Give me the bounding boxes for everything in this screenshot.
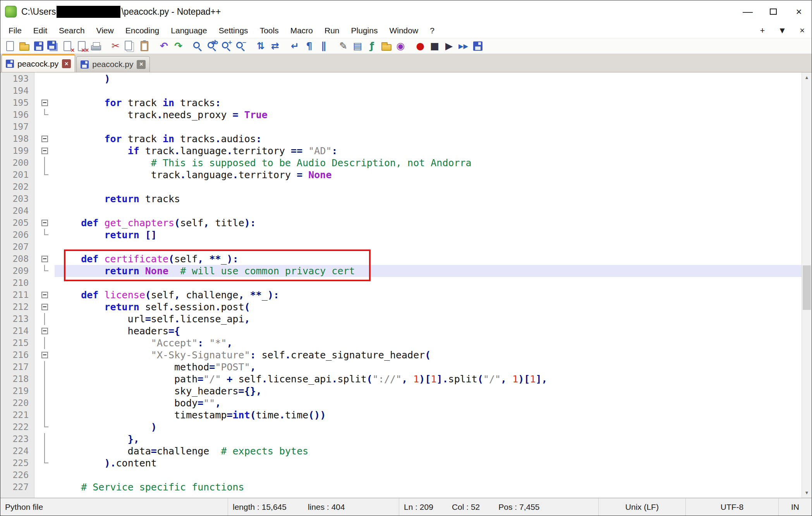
playback-macro-button[interactable]: ▶ <box>442 39 456 53</box>
status-eol-format[interactable]: Unix (LF) <box>599 498 686 516</box>
tab-close-icon[interactable]: × <box>137 60 146 69</box>
word-wrap-button[interactable]: ↵ <box>288 39 302 53</box>
menu-item-window[interactable]: Window <box>383 24 424 37</box>
menu-item-macro[interactable]: Macro <box>285 24 319 37</box>
code-line-217[interactable]: 217 method="POST", <box>0 361 802 373</box>
code-line-202[interactable]: 202 <box>0 181 802 193</box>
code-line-215[interactable]: 215 "Accept": "*", <box>0 337 802 349</box>
redo-button[interactable]: ↷ <box>172 39 185 53</box>
code-text[interactable]: def get_chapters(self, title): <box>55 217 802 229</box>
fold-collapse-icon[interactable] <box>41 256 48 262</box>
save-recorded-macro-button[interactable] <box>471 39 484 53</box>
fold-collapse-icon[interactable] <box>41 136 48 142</box>
code-text[interactable]: return [] <box>55 229 802 241</box>
code-text[interactable]: "Accept": "*", <box>55 337 802 349</box>
minimize-button[interactable]: — <box>735 0 760 23</box>
code-line-213[interactable]: 213 url=self.license_api, <box>0 313 802 325</box>
code-line-226[interactable]: 226 <box>0 469 802 481</box>
code-text[interactable] <box>55 241 802 253</box>
menu-item-help[interactable]: ? <box>424 24 440 37</box>
tab-close-icon[interactable]: × <box>62 59 71 68</box>
undo-button[interactable]: ↶ <box>157 39 171 53</box>
menu-item-run[interactable]: Run <box>319 24 345 37</box>
code-text[interactable]: path="/" + self.license_api.split("://",… <box>55 373 802 385</box>
code-text[interactable]: ).content <box>55 457 802 469</box>
code-line-198[interactable]: 198 for track in tracks.audios: <box>0 133 802 145</box>
code-line-220[interactable]: 220 body="", <box>0 397 802 409</box>
fold-collapse-icon[interactable] <box>41 352 48 358</box>
code-line-221[interactable]: 221 timestamp=int(time.time()) <box>0 409 802 421</box>
code-line-193[interactable]: 193 ) <box>0 73 802 85</box>
code-line-225[interactable]: 225 ).content <box>0 457 802 469</box>
code-text[interactable]: # This is supposed to be Audio Descripti… <box>55 157 802 169</box>
code-text[interactable]: }, <box>55 433 802 445</box>
new-tab-plus-button[interactable]: + <box>760 26 765 36</box>
code-text[interactable] <box>55 85 802 97</box>
code-line-194[interactable]: 194 <box>0 85 802 97</box>
sync-vertical-scrolling-button[interactable]: ⇅ <box>254 39 268 53</box>
fold-collapse-icon[interactable] <box>41 328 48 334</box>
code-text[interactable]: if track.language.territory == "AD": <box>55 145 802 157</box>
code-text[interactable]: return self.session.post( <box>55 301 802 313</box>
close-button[interactable]: × <box>60 39 74 53</box>
code-text[interactable]: for track in tracks: <box>55 97 802 109</box>
code-text[interactable]: url=self.license_api, <box>55 313 802 325</box>
code-text[interactable]: def certificate(self, **_): <box>55 253 802 265</box>
code-text[interactable] <box>55 205 802 217</box>
scrollbar-thumb[interactable] <box>803 265 811 310</box>
code-text[interactable] <box>55 277 802 289</box>
code-text[interactable]: "X-Sky-Signature": self.create_signature… <box>55 349 802 361</box>
scroll-up-button[interactable]: ▲ <box>802 72 812 83</box>
menu-item-view[interactable]: View <box>91 24 120 37</box>
cut-button[interactable]: ✂ <box>109 39 122 53</box>
zoom-in-button[interactable]: + <box>220 39 233 53</box>
menu-item-settings[interactable]: Settings <box>213 24 254 37</box>
fold-collapse-icon[interactable] <box>41 148 48 154</box>
code-line-203[interactable]: 203 return tracks <box>0 193 802 205</box>
code-text[interactable]: def license(self, challenge, **_): <box>55 289 802 301</box>
folder-as-workspace-button[interactable] <box>379 39 393 53</box>
vertical-scrollbar[interactable]: ▲ ▼ <box>802 72 812 498</box>
code-text[interactable]: sky_headers={}, <box>55 385 802 397</box>
code-text[interactable]: body="", <box>55 397 802 409</box>
copy-button[interactable] <box>123 39 137 53</box>
code-line-199[interactable]: 199 if track.language.territory == "AD": <box>0 145 802 157</box>
code-text[interactable]: timestamp=int(time.time()) <box>55 409 802 421</box>
code-line-218[interactable]: 218 path="/" + self.license_api.split(":… <box>0 373 802 385</box>
save-all-button[interactable] <box>46 39 60 53</box>
status-typing-mode[interactable]: IN <box>779 498 812 516</box>
code-text[interactable]: headers={ <box>55 325 802 337</box>
save-button[interactable] <box>32 39 45 53</box>
code-text[interactable]: ) <box>55 73 802 85</box>
code-text[interactable]: method="POST", <box>55 361 802 373</box>
code-line-222[interactable]: 222 ) <box>0 421 802 433</box>
code-text[interactable]: ) <box>55 421 802 433</box>
scroll-down-button[interactable]: ▼ <box>802 488 812 498</box>
fold-collapse-icon[interactable] <box>41 304 48 310</box>
code-line-211[interactable]: 211 def license(self, challenge, **_): <box>0 289 802 301</box>
code-area[interactable]: 193 )194195 for track in tracks:196 trac… <box>0 73 802 493</box>
code-line-209[interactable]: 209 return None # will use common privac… <box>0 265 802 277</box>
show-all-characters-button[interactable]: ¶ <box>302 39 316 53</box>
function-list-button[interactable]: ƒ <box>365 39 379 53</box>
code-text[interactable]: track.needs_proxy = True <box>55 109 802 121</box>
close-all-button[interactable]: ×× <box>75 39 88 53</box>
editor[interactable]: 193 )194195 for track in tracks:196 trac… <box>0 72 812 498</box>
code-line-227[interactable]: 227 # Service specific functions <box>0 481 802 493</box>
code-text[interactable] <box>55 181 802 193</box>
code-line-208[interactable]: 208 def certificate(self, **_): <box>0 253 802 265</box>
show-indent-guide-button[interactable]: ∥ <box>317 39 330 53</box>
code-text[interactable]: for track in tracks.audios: <box>55 133 802 145</box>
user-defined-language-button[interactable]: ✎ <box>336 39 350 53</box>
menu-item-language[interactable]: Language <box>165 24 213 37</box>
code-line-212[interactable]: 212 return self.session.post( <box>0 301 802 313</box>
menu-item-file[interactable]: File <box>3 24 27 37</box>
paste-button[interactable] <box>137 39 151 53</box>
code-text[interactable]: return tracks <box>55 193 802 205</box>
menu-item-search[interactable]: Search <box>53 24 91 37</box>
code-line-206[interactable]: 206 return [] <box>0 229 802 241</box>
code-line-196[interactable]: 196 track.needs_proxy = True <box>0 109 802 121</box>
run-macro-multiple-times-button[interactable]: ▸▸ <box>457 39 470 53</box>
tab-1[interactable]: peacock.py× <box>2 54 75 72</box>
code-text[interactable]: return None # will use common privacy ce… <box>55 265 802 277</box>
